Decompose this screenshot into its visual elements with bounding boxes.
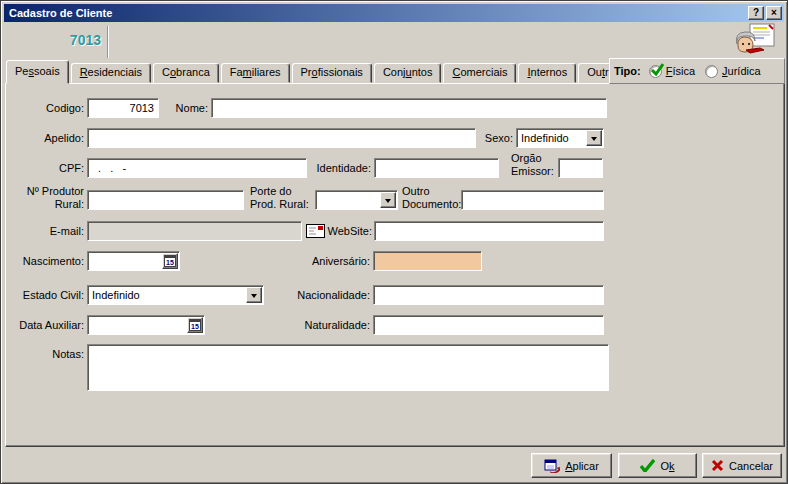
chevron-down-icon bbox=[591, 137, 597, 144]
ok-button[interactable]: Ok bbox=[618, 453, 697, 478]
tipo-label: Tipo: bbox=[614, 65, 641, 77]
estado-civil-dropdown-button[interactable] bbox=[246, 287, 262, 303]
help-icon[interactable]: ? bbox=[748, 6, 764, 20]
nascimento-label: Nascimento: bbox=[11, 255, 84, 267]
naturalidade-label: Naturalidade: bbox=[285, 319, 370, 331]
tab-profissionais[interactable]: Profissionais bbox=[292, 63, 372, 83]
nome-input[interactable] bbox=[211, 98, 607, 118]
aniversario-input[interactable] bbox=[373, 251, 482, 271]
nacionalidade-input[interactable] bbox=[373, 285, 604, 305]
ok-check-icon bbox=[640, 459, 655, 472]
close-icon[interactable]: × bbox=[766, 6, 782, 20]
mail-icon[interactable] bbox=[306, 224, 325, 238]
radio-fisica[interactable]: Física bbox=[649, 65, 695, 78]
record-number: 7013 bbox=[11, 32, 101, 48]
identidade-input[interactable] bbox=[374, 158, 499, 178]
notas-textarea[interactable] bbox=[87, 344, 609, 391]
sexo-dropdown[interactable]: Indefinido bbox=[516, 128, 604, 148]
tab-cobranca[interactable]: Cobranca bbox=[153, 63, 219, 83]
data-auxiliar-label: Data Auxiliar: bbox=[11, 319, 84, 331]
client-person-document-icon bbox=[734, 23, 776, 59]
title-bar[interactable]: Cadastro de Cliente ? × bbox=[4, 4, 784, 22]
porte-prod-rural-dropdown[interactable] bbox=[315, 190, 398, 210]
radio-juridica[interactable]: Jurídica bbox=[705, 65, 761, 78]
website-label: WebSite: bbox=[327, 225, 372, 237]
aplicar-button[interactable]: Aplicar bbox=[531, 453, 612, 478]
header-divider bbox=[107, 26, 108, 58]
tab-conjuntos[interactable]: Conjuntos bbox=[374, 63, 442, 83]
porte-prod-rural-label: Porte do Prod. Rural: bbox=[250, 185, 312, 211]
radio-juridica-circle bbox=[705, 65, 718, 78]
data-auxiliar-calendar-button[interactable]: 15 bbox=[187, 317, 203, 333]
tab-familiares[interactable]: Familiares bbox=[221, 63, 290, 83]
calendar-icon: 15 bbox=[189, 319, 201, 331]
porte-dropdown-button[interactable] bbox=[380, 192, 396, 208]
email-label: E-mail: bbox=[11, 225, 84, 237]
nascimento-calendar-button[interactable]: 15 bbox=[162, 253, 178, 269]
chevron-down-icon bbox=[251, 294, 257, 301]
notas-label: Notas: bbox=[11, 348, 84, 360]
tab-internos[interactable]: Internos bbox=[518, 63, 576, 83]
identidade-label: Identidade: bbox=[299, 162, 371, 174]
apelido-input[interactable] bbox=[87, 128, 476, 148]
tipo-panel: Tipo: Física Jurídica bbox=[609, 58, 785, 84]
sexo-label: Sexo: bbox=[469, 132, 513, 144]
nascimento-date-input[interactable]: 15 bbox=[87, 251, 180, 271]
estado-civil-dropdown[interactable]: Indefinido bbox=[87, 285, 264, 305]
calendar-icon: 15 bbox=[164, 255, 176, 267]
aniversario-label: Aniversário: bbox=[299, 255, 370, 267]
nome-label: Nome: bbox=[141, 102, 208, 114]
nacionalidade-label: Nacionalidade: bbox=[285, 289, 370, 301]
orgao-emissor-label: Orgão Emissor: bbox=[511, 152, 557, 178]
tab-pessoais[interactable]: Pessoais bbox=[6, 60, 69, 84]
email-input[interactable] bbox=[87, 221, 302, 241]
outro-documento-label: Outro Documento: bbox=[402, 185, 462, 211]
tab-comerciais[interactable]: Comerciais bbox=[443, 63, 516, 83]
chevron-down-icon bbox=[385, 199, 391, 206]
tab-strip: Pessoais Residenciais Cobranca Familiare… bbox=[6, 59, 691, 83]
produtor-rural-input[interactable] bbox=[87, 190, 244, 210]
naturalidade-input[interactable] bbox=[373, 315, 604, 335]
codigo-label: Codigo: bbox=[11, 102, 84, 114]
data-auxiliar-date-input[interactable]: 15 bbox=[87, 315, 205, 335]
cadastro-de-cliente-window: Cadastro de Cliente ? × 7013 Pessoais Re… bbox=[0, 0, 788, 484]
tab-residenciais[interactable]: Residenciais bbox=[71, 63, 151, 83]
window-title: Cadastro de Cliente bbox=[9, 7, 748, 19]
cpf-label: CPF: bbox=[11, 162, 84, 174]
estado-civil-label: Estado Civil: bbox=[11, 289, 84, 301]
cancelar-button[interactable]: Cancelar bbox=[702, 453, 782, 478]
orgao-emissor-input[interactable] bbox=[558, 158, 603, 178]
apelido-label: Apelido: bbox=[11, 132, 84, 144]
produtor-rural-label: Nº Produtor Rural: bbox=[11, 185, 84, 211]
cpf-input[interactable] bbox=[87, 158, 307, 178]
cancel-x-icon bbox=[711, 459, 724, 472]
fisica-check-icon bbox=[650, 62, 664, 76]
radio-fisica-circle bbox=[649, 65, 662, 78]
outro-documento-input[interactable] bbox=[461, 190, 604, 210]
website-input[interactable] bbox=[374, 221, 604, 241]
sexo-dropdown-button[interactable] bbox=[586, 130, 602, 146]
apply-icon bbox=[544, 459, 560, 473]
